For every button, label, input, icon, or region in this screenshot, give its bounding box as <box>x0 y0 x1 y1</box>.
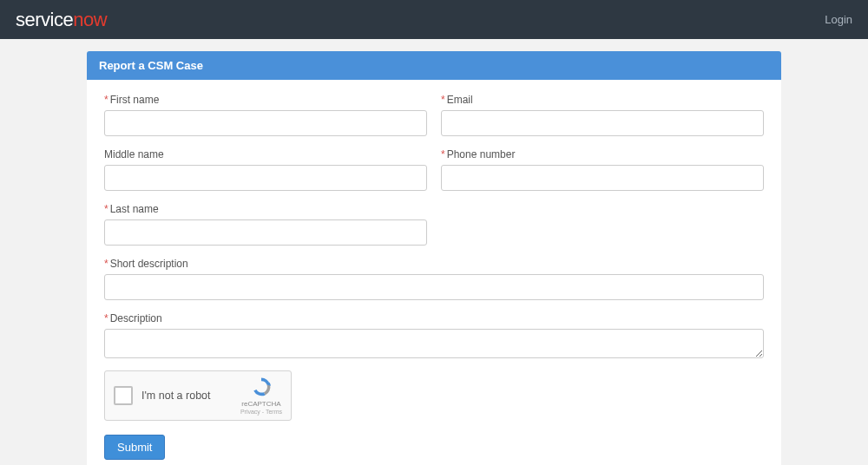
recaptcha-brand: reCAPTCHA <box>241 400 280 409</box>
required-marker: * <box>104 258 108 270</box>
logo-now: now <box>73 9 107 31</box>
middle-name-label: Middle name <box>104 148 427 160</box>
recaptcha-right: reCAPTCHA Privacy - Terms <box>240 376 282 416</box>
required-marker: * <box>441 94 445 106</box>
phone-input[interactable] <box>441 165 764 191</box>
recaptcha-terms: Privacy - Terms <box>240 409 282 416</box>
short-description-input[interactable] <box>104 274 764 300</box>
recaptcha-left: I'm not a robot <box>114 386 211 405</box>
last-name-input[interactable] <box>104 219 427 246</box>
last-name-label: *Last name <box>104 203 427 215</box>
navbar: servicenow Login <box>0 0 868 39</box>
recaptcha-checkbox[interactable] <box>114 386 133 405</box>
panel-title: Report a CSM Case <box>87 51 781 80</box>
panel-body: *First name *Email Middle name *Phone nu… <box>87 80 781 465</box>
short-description-label: *Short description <box>104 258 764 270</box>
recaptcha-widget: I'm not a robot reCAPTCHA Privacy - Term… <box>104 370 292 421</box>
logo-service: service <box>16 9 73 31</box>
required-marker: * <box>104 94 108 106</box>
email-input[interactable] <box>441 110 764 136</box>
recaptcha-icon <box>250 376 273 398</box>
login-link[interactable]: Login <box>825 13 852 26</box>
main-container: Report a CSM Case *First name *Email Mid… <box>87 51 781 465</box>
description-textarea[interactable] <box>104 329 764 358</box>
middle-name-input[interactable] <box>104 165 427 191</box>
required-marker: * <box>104 312 108 324</box>
required-marker: * <box>441 148 445 160</box>
phone-label: *Phone number <box>441 148 764 160</box>
logo[interactable]: servicenow <box>16 9 107 31</box>
description-label: *Description <box>104 312 764 324</box>
first-name-label: *First name <box>104 94 427 106</box>
recaptcha-label: I'm not a robot <box>141 390 211 402</box>
first-name-input[interactable] <box>104 110 427 136</box>
submit-button[interactable]: Submit <box>104 435 165 460</box>
required-marker: * <box>104 203 108 215</box>
email-label: *Email <box>441 94 764 106</box>
